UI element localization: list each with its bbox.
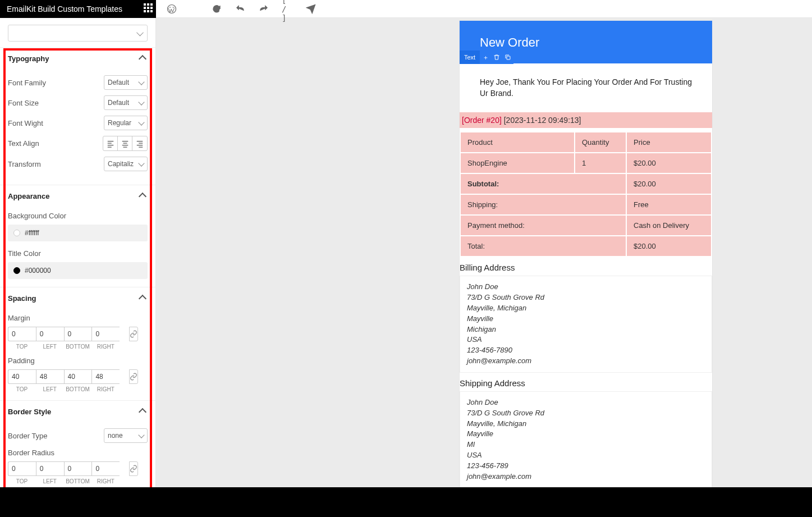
link-values-button[interactable] (129, 369, 138, 384)
text-align-group (103, 136, 148, 151)
delete-icon[interactable] (491, 51, 502, 64)
app-header: EmailKit Build Custom Templates (0, 0, 156, 18)
align-center-button[interactable] (118, 136, 132, 150)
order-date: [2023-11-12 09:49:13] (504, 116, 581, 125)
top-placeholder-select[interactable] (8, 25, 148, 42)
copy-icon[interactable] (502, 51, 513, 64)
title-color-field[interactable]: #000000 (8, 262, 148, 279)
padding-bottom-input[interactable] (64, 369, 92, 384)
table-row: Shipping:Free (461, 195, 711, 214)
font-family-label: Font Family (8, 79, 46, 87)
section-appearance-head[interactable]: Appearance (0, 185, 155, 207)
section-border-head[interactable]: Border Style (0, 400, 155, 423)
transform-select[interactable]: Capitaliz (104, 157, 148, 171)
email-title: New Order (480, 35, 539, 49)
font-weight-select[interactable]: Regular (104, 116, 148, 130)
table-row: Subtotal:$20.00 (461, 174, 711, 194)
padding-inputs: TOP LEFT BOTTOM RIGHT (8, 369, 148, 392)
margin-bottom-input[interactable] (64, 327, 92, 341)
order-number: [Order #20] (462, 116, 502, 125)
chevron-up-icon (139, 192, 146, 200)
font-family-select[interactable]: Default (104, 75, 148, 90)
order-meta: [Order #20] [2023-11-12 09:49:13] (460, 112, 712, 128)
radius-right-input[interactable] (91, 461, 120, 476)
padding-label: Padding (8, 356, 148, 365)
border-type-select[interactable]: none (104, 428, 148, 443)
text-align-label: Text Align (8, 139, 39, 148)
thankyou-text[interactable]: Hey Joe, Thank You For Placing Your Orde… (460, 63, 712, 112)
padding-top-input[interactable] (8, 369, 36, 384)
align-right-button[interactable] (132, 136, 147, 150)
section-spacing-body: Margin TOP LEFT BOTTOM RIGHT Padding TOP… (0, 314, 155, 400)
table-row: ShopEngine 1 $20.00 (461, 153, 711, 173)
section-appearance-body: Background Color #ffffff Title Color #00… (0, 212, 155, 287)
section-title: Border Style (8, 408, 51, 416)
order-table: Product Quantity Price ShopEngine 1 $20.… (460, 131, 712, 257)
app-title: EmailKit Build Custom Templates (7, 4, 122, 13)
section-typography-head[interactable]: Typography (0, 47, 155, 70)
title-color-value: #000000 (25, 267, 51, 274)
font-weight-label: Font Wight (8, 119, 43, 127)
border-radius-label: Border Radius (8, 449, 148, 457)
td-price: $20.00 (627, 153, 711, 173)
chevron-up-icon (139, 54, 146, 62)
chevron-up-icon (139, 294, 146, 302)
send-icon[interactable] (305, 3, 316, 15)
add-icon[interactable]: ＋ (480, 51, 491, 64)
table-row: Total:$20.00 (461, 236, 711, 256)
apps-grid-icon[interactable] (144, 3, 153, 12)
swatch-icon (13, 267, 20, 274)
shortcode-icon[interactable]: [ / ] (282, 3, 293, 15)
link-values-button[interactable] (129, 327, 138, 341)
email-header-block[interactable]: New Order Text ＋ (460, 21, 712, 63)
bg-color-field[interactable]: #ffffff (8, 225, 148, 241)
refresh-icon[interactable] (211, 3, 222, 15)
section-title: Spacing (8, 294, 36, 303)
wordpress-icon[interactable] (166, 3, 177, 15)
margin-label: Margin (8, 314, 148, 322)
undo-icon[interactable] (235, 3, 246, 15)
td-product: ShopEngine (461, 153, 574, 173)
align-left-button[interactable] (103, 136, 118, 150)
section-typography-body: Font Family Default Font Size Default Fo… (0, 75, 155, 185)
margin-right-input[interactable] (91, 327, 120, 341)
th-price: Price (627, 132, 711, 152)
bg-color-value: #ffffff (25, 229, 39, 237)
border-type-label: Border Type (8, 432, 48, 440)
margin-inputs: TOP LEFT BOTTOM RIGHT (8, 327, 148, 350)
margin-left-input[interactable] (36, 327, 64, 341)
bg-color-label: Background Color (8, 212, 148, 220)
section-title: Typography (8, 54, 49, 63)
link-values-button[interactable] (129, 461, 138, 476)
padding-left-input[interactable] (36, 369, 64, 384)
shipping-address: John Doe73/D G South Grove RdMayville, M… (460, 391, 712, 487)
td-qty: 1 (575, 153, 626, 173)
radius-left-input[interactable] (36, 461, 64, 476)
preview-canvas[interactable]: New Order Text ＋ Hey Joe, Thank You For … (156, 18, 812, 487)
section-spacing-head[interactable]: Spacing (0, 287, 155, 309)
settings-sidebar: Typography Font Family Default Font Size… (0, 18, 156, 517)
transform-label: Transform (8, 160, 41, 168)
bottom-bar (0, 487, 812, 517)
chevron-up-icon (139, 408, 146, 415)
email-preview: New Order Text ＋ Hey Joe, Thank You For … (459, 20, 713, 487)
radius-top-input[interactable] (8, 461, 36, 476)
title-color-label: Title Color (8, 249, 148, 258)
editor-toolbar: [ / ] (156, 0, 812, 18)
billing-address: John Doe73/D G South Grove RdMayville, M… (460, 276, 712, 373)
padding-right-input[interactable] (91, 369, 120, 384)
redo-icon[interactable] (258, 3, 269, 15)
svg-rect-1 (507, 56, 510, 60)
th-product: Product (461, 132, 574, 152)
table-row: Payment method:Cash on Delivery (461, 216, 711, 235)
swatch-icon (13, 230, 20, 236)
element-type-label[interactable]: Text (460, 51, 480, 64)
font-size-label: Font Size (8, 99, 39, 107)
radius-inputs: TOP LEFT BOTTOM RIGHT (8, 461, 148, 484)
margin-top-input[interactable] (8, 327, 36, 341)
radius-bottom-input[interactable] (64, 461, 92, 476)
table-header-row: Product Quantity Price (461, 132, 711, 152)
section-title: Appearance (8, 192, 49, 200)
font-size-select[interactable]: Default (104, 95, 148, 110)
shipping-title: Shipping Address (460, 373, 712, 391)
